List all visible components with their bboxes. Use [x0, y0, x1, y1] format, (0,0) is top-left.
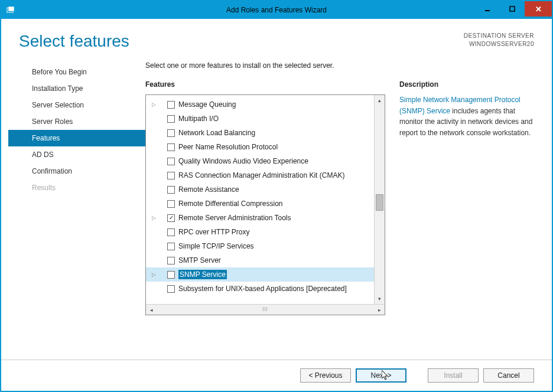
feature-checkbox[interactable] — [167, 129, 175, 137]
feature-checkbox[interactable] — [167, 257, 175, 264]
content-area: Select features DESTINATION SERVER WINDO… — [1, 19, 552, 391]
feature-row[interactable]: ▷Remote Differential Compression — [146, 197, 374, 211]
feature-row[interactable]: ▷Remote Assistance — [146, 182, 374, 197]
wizard-nav: Before You Begin Installation Type Serve… — [8, 61, 145, 360]
next-button[interactable]: Next > — [356, 368, 406, 383]
maximize-button[interactable] — [500, 1, 525, 17]
feature-label: RAS Connection Manager Administration Ki… — [178, 171, 344, 179]
main-column: Select one or more features to install o… — [145, 61, 534, 360]
close-button[interactable]: ✕ — [525, 1, 552, 17]
feature-row[interactable]: ▷RPC over HTTP Proxy — [146, 225, 374, 239]
wizard-footer: < Previous Next > Install Cancel — [1, 360, 552, 391]
app-icon — [5, 4, 17, 16]
install-button: Install — [428, 368, 479, 383]
feature-row[interactable]: ▷SMTP Server — [146, 253, 374, 267]
feature-row[interactable]: ▷Simple TCP/IP Services — [146, 239, 374, 253]
destination-label: DESTINATION SERVER — [464, 32, 534, 40]
feature-row[interactable]: ▷Quality Windows Audio Video Experience — [146, 154, 374, 168]
page-title: Select features — [19, 32, 129, 51]
feature-checkbox[interactable] — [167, 285, 175, 293]
scroll-up-button[interactable]: ▴ — [375, 95, 385, 106]
feature-checkbox[interactable] — [167, 271, 175, 279]
scroll-left-button[interactable]: ◂ — [146, 305, 157, 315]
description-label: Description — [399, 80, 534, 89]
scroll-down-button[interactable]: ▾ — [375, 293, 385, 304]
cancel-button[interactable]: Cancel — [483, 368, 534, 383]
nav-server-roles[interactable]: Server Roles — [8, 113, 145, 130]
previous-button[interactable]: < Previous — [300, 368, 351, 383]
description-text: Simple Network Management Protocol (SNMP… — [399, 94, 534, 138]
feature-checkbox[interactable] — [167, 143, 175, 151]
titlebar: Add Roles and Features Wizard ✕ — [1, 1, 552, 19]
feature-label: RPC over HTTP Proxy — [178, 228, 249, 236]
feature-label: Multipath I/O — [178, 115, 219, 123]
feature-checkbox[interactable]: ✓ — [167, 214, 175, 222]
nav-server-selection[interactable]: Server Selection — [8, 97, 145, 113]
scroll-right-button[interactable]: ▸ — [374, 305, 385, 315]
horizontal-scrollbar[interactable]: ◂ ||| ▸ — [146, 304, 385, 315]
header-row: Select features DESTINATION SERVER WINDO… — [1, 32, 552, 51]
feature-row[interactable]: ▷Message Queuing — [146, 97, 374, 112]
feature-label: Peer Name Resolution Protocol — [178, 143, 278, 151]
hscroll-track[interactable]: ||| — [157, 305, 374, 315]
feature-label: SMTP Server — [178, 256, 221, 264]
features-listbox: ▷Message Queuing▷Multipath I/O▷Network L… — [145, 94, 385, 315]
nav-features[interactable]: Features — [8, 130, 145, 146]
body-row: Before You Begin Installation Type Serve… — [1, 51, 552, 360]
cursor-icon — [382, 370, 391, 382]
wizard-window: Add Roles and Features Wizard ✕ Select f… — [0, 0, 553, 392]
feature-label: Quality Windows Audio Video Experience — [178, 157, 308, 165]
nav-installation-type[interactable]: Installation Type — [8, 80, 145, 97]
feature-row[interactable]: ▷Multipath I/O — [146, 112, 374, 126]
feature-label: Network Load Balancing — [178, 129, 255, 137]
feature-row[interactable]: ▷RAS Connection Manager Administration K… — [146, 168, 374, 182]
feature-label: Subsystem for UNIX-based Applications [D… — [178, 285, 347, 293]
feature-checkbox[interactable] — [167, 158, 175, 165]
nav-before-you-begin[interactable]: Before You Begin — [8, 64, 145, 80]
window-controls: ✕ — [475, 1, 552, 19]
scroll-track[interactable] — [375, 106, 385, 293]
svg-rect-1 — [8, 6, 14, 11]
expand-icon[interactable]: ▷ — [149, 272, 158, 277]
feature-checkbox[interactable] — [167, 243, 175, 250]
expand-icon[interactable]: ▷ — [149, 215, 158, 221]
nav-ad-ds[interactable]: AD DS — [8, 146, 145, 163]
feature-row[interactable]: ▷✓Remote Server Administration Tools — [146, 211, 374, 225]
feature-checkbox[interactable] — [167, 115, 175, 123]
description-panel: Description Simple Network Management Pr… — [399, 80, 534, 360]
feature-checkbox[interactable] — [167, 228, 175, 236]
features-list[interactable]: ▷Message Queuing▷Multipath I/O▷Network L… — [146, 95, 374, 304]
svg-rect-3 — [510, 6, 515, 11]
destination-block: DESTINATION SERVER WINDOWSSERVER20 — [464, 32, 534, 48]
minimize-button[interactable] — [475, 1, 500, 17]
feature-label: SNMP Service — [178, 270, 227, 279]
feature-desc-row: Features ▷Message Queuing▷Multipath I/O▷… — [145, 80, 534, 360]
vertical-scrollbar[interactable]: ▴ ▾ — [374, 95, 385, 304]
feature-checkbox[interactable] — [167, 186, 175, 194]
feature-label: Remote Differential Compression — [178, 200, 283, 208]
feature-checkbox[interactable] — [167, 172, 175, 179]
feature-label: Message Queuing — [178, 100, 236, 109]
scroll-thumb[interactable] — [376, 194, 383, 211]
nav-results: Results — [8, 179, 145, 196]
features-panel: Features ▷Message Queuing▷Multipath I/O▷… — [145, 80, 385, 360]
feature-row[interactable]: ▷Network Load Balancing — [146, 126, 374, 140]
feature-row[interactable]: ▷Peer Name Resolution Protocol — [146, 140, 374, 154]
feature-row[interactable]: ▷Subsystem for UNIX-based Applications [… — [146, 282, 374, 296]
feature-checkbox[interactable] — [167, 101, 175, 109]
feature-label: Remote Assistance — [178, 185, 239, 194]
destination-server: WINDOWSSERVER20 — [464, 40, 534, 48]
feature-label: Simple TCP/IP Services — [178, 242, 254, 250]
window-title: Add Roles and Features Wizard — [1, 6, 552, 14]
features-label: Features — [145, 80, 385, 89]
expand-icon[interactable]: ▷ — [149, 102, 158, 107]
instruction-text: Select one or more features to install o… — [145, 61, 534, 70]
feature-checkbox[interactable] — [167, 200, 175, 208]
feature-label: Remote Server Administration Tools — [178, 214, 291, 222]
nav-confirmation[interactable]: Confirmation — [8, 163, 145, 179]
feature-row[interactable]: ▷SNMP Service — [146, 267, 374, 282]
hscroll-grip-icon: ||| — [260, 306, 271, 311]
